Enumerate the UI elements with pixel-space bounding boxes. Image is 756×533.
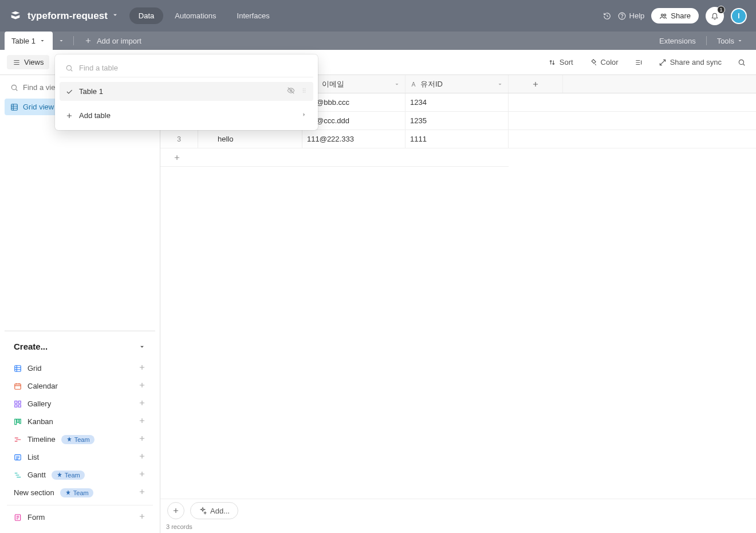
create-label: Create... bbox=[14, 342, 48, 351]
svg-rect-9 bbox=[15, 383, 21, 389]
grid-icon bbox=[10, 103, 18, 111]
create-gantt[interactable]: Gantt Team bbox=[7, 466, 153, 484]
create-new-section[interactable]: New section Team bbox=[7, 484, 153, 501]
svg-rect-14 bbox=[15, 419, 17, 424]
hide-icon[interactable] bbox=[287, 87, 295, 96]
chevron-down-icon bbox=[39, 37, 46, 44]
table-list-dropdown[interactable] bbox=[53, 32, 70, 50]
plus-icon[interactable] bbox=[138, 363, 146, 373]
notification-badge: 1 bbox=[717, 6, 725, 14]
add-menu-button[interactable]: Add... bbox=[190, 502, 238, 519]
drag-handle-icon[interactable] bbox=[301, 87, 308, 96]
create-kanban[interactable]: Kanban bbox=[7, 413, 153, 430]
plus-icon[interactable] bbox=[138, 417, 146, 426]
search-records-button[interactable] bbox=[734, 56, 749, 69]
color-button[interactable]: Color bbox=[586, 56, 622, 69]
create-list-label: List bbox=[27, 453, 39, 461]
cell-userid[interactable]: 1234 bbox=[405, 93, 509, 111]
create-new-section-label: New section bbox=[14, 488, 54, 497]
create-form[interactable]: Form bbox=[7, 505, 153, 526]
cell-userid[interactable]: 1235 bbox=[405, 112, 509, 130]
table-option-table1[interactable]: Table 1 bbox=[60, 82, 313, 101]
svg-point-26 bbox=[303, 92, 304, 93]
plus-icon[interactable] bbox=[138, 470, 146, 480]
create-calendar[interactable]: Calendar bbox=[7, 377, 153, 395]
cell-userid[interactable]: 1111 bbox=[405, 130, 509, 148]
find-table-input[interactable] bbox=[79, 64, 308, 72]
add-table-button[interactable]: Add table bbox=[60, 105, 313, 126]
plus-icon[interactable] bbox=[138, 488, 146, 497]
cell-email[interactable]: @ccc.ddd bbox=[302, 112, 405, 130]
add-record-row[interactable] bbox=[160, 148, 509, 167]
search-icon bbox=[65, 64, 73, 72]
extensions-button[interactable]: Extensions bbox=[656, 37, 699, 45]
share-sync-label: Share and sync bbox=[670, 58, 722, 66]
add-field-button[interactable] bbox=[509, 75, 563, 93]
base-chevron-icon[interactable] bbox=[111, 11, 119, 21]
sort-label: Sort bbox=[560, 58, 573, 66]
nav-interfaces[interactable]: Interfaces bbox=[228, 7, 279, 24]
create-calendar-label: Calendar bbox=[27, 382, 58, 390]
plus-icon[interactable] bbox=[138, 399, 146, 409]
add-import-label: Add or import bbox=[97, 37, 141, 45]
check-icon bbox=[65, 88, 73, 96]
extensions-label: Extensions bbox=[659, 37, 696, 45]
create-grid[interactable]: Grid bbox=[7, 359, 153, 377]
team-badge: Team bbox=[61, 435, 94, 444]
create-header[interactable]: Create... bbox=[7, 338, 153, 355]
tools-button[interactable]: Tools bbox=[714, 37, 747, 45]
cell-name[interactable]: hello bbox=[198, 130, 302, 148]
add-record-button[interactable] bbox=[167, 502, 184, 519]
column-header-email[interactable]: 이메일 bbox=[302, 75, 405, 93]
sort-button[interactable]: Sort bbox=[545, 56, 577, 69]
svg-point-22 bbox=[303, 88, 304, 89]
svg-rect-13 bbox=[18, 405, 21, 407]
create-gallery[interactable]: Gallery bbox=[7, 395, 153, 413]
plus-icon[interactable] bbox=[138, 512, 146, 522]
svg-point-25 bbox=[305, 90, 306, 91]
help-button[interactable]: Help bbox=[618, 11, 645, 20]
plus-icon[interactable] bbox=[138, 434, 146, 444]
views-toggle[interactable]: Views bbox=[7, 55, 49, 69]
view-label: Grid view bbox=[23, 103, 54, 111]
cell-email[interactable]: 111@222.333 bbox=[302, 130, 405, 148]
svg-rect-10 bbox=[15, 401, 17, 403]
timeline-icon bbox=[14, 436, 22, 444]
add-table-label: Add table bbox=[79, 111, 111, 120]
svg-point-20 bbox=[66, 65, 71, 70]
plus-icon[interactable] bbox=[138, 381, 146, 391]
notifications-button[interactable]: 1 bbox=[706, 7, 724, 25]
history-icon[interactable] bbox=[603, 12, 611, 20]
help-label: Help bbox=[629, 11, 645, 20]
column-header-userid[interactable]: 유저ID bbox=[405, 75, 509, 93]
share-button[interactable]: Share bbox=[651, 8, 699, 23]
add-or-import-button[interactable]: Add or import bbox=[77, 32, 148, 50]
create-gallery-label: Gallery bbox=[27, 399, 51, 408]
chevron-down-icon bbox=[737, 37, 743, 44]
create-timeline[interactable]: Timeline Team bbox=[7, 430, 153, 448]
create-form-label: Form bbox=[27, 513, 45, 522]
chevron-right-icon bbox=[301, 111, 308, 120]
svg-point-4 bbox=[739, 60, 743, 64]
sparkle-icon bbox=[199, 507, 207, 515]
table-row[interactable]: 3 hello 111@222.333 1111 bbox=[160, 130, 756, 148]
nav-automations[interactable]: Automations bbox=[166, 7, 225, 24]
cell-email[interactable]: @bbb.ccc bbox=[302, 93, 405, 111]
row-height-button[interactable] bbox=[631, 56, 646, 69]
share-sync-button[interactable]: Share and sync bbox=[655, 56, 725, 69]
svg-point-24 bbox=[303, 90, 304, 91]
nav-data[interactable]: Data bbox=[129, 7, 163, 24]
chevron-down-icon[interactable] bbox=[497, 81, 503, 88]
airtable-logo-icon bbox=[9, 10, 22, 22]
plus-icon bbox=[65, 112, 73, 120]
search-icon bbox=[10, 84, 18, 92]
create-list[interactable]: List bbox=[7, 448, 153, 466]
avatar[interactable]: I bbox=[731, 8, 747, 24]
table-tab-1[interactable]: Table 1 bbox=[5, 32, 53, 50]
table-list-popover: Table 1 Add table bbox=[55, 54, 318, 130]
create-grid-label: Grid bbox=[27, 364, 42, 373]
chevron-down-icon[interactable] bbox=[393, 81, 400, 88]
plus-icon[interactable] bbox=[138, 452, 146, 462]
base-name[interactable]: typeform-request bbox=[27, 10, 108, 22]
team-badge: Team bbox=[60, 488, 93, 497]
